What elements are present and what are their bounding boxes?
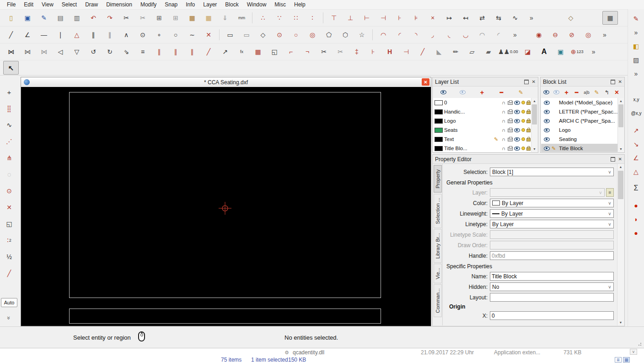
arc-center-start-end-icon[interactable]: ◜ (392, 28, 408, 42)
drawing-unit-icon[interactable]: mm (234, 11, 249, 25)
divide-icon[interactable]: fx (234, 45, 249, 59)
close-document-button[interactable]: ✕ (422, 78, 429, 86)
eye-icon[interactable] (544, 101, 550, 105)
offset-3-icon[interactable]: ∥ (184, 45, 200, 59)
block-row[interactable]: Title Block (541, 144, 618, 152)
line-tangent-1-icon[interactable]: ⊙ (135, 28, 150, 42)
select-points-1-icon[interactable]: ∴ (255, 11, 271, 25)
dot-icon[interactable] (521, 137, 525, 141)
vector-2-icon[interactable]: ↘ (629, 138, 644, 150)
scroll-down-icon[interactable]: ▼ (617, 320, 624, 325)
scroll-up-icon[interactable]: ▲ (531, 98, 537, 104)
modify-break-icon[interactable]: ⊦ (392, 11, 408, 25)
eye-icon[interactable] (544, 146, 550, 151)
menu-draw[interactable]: Draw (81, 0, 102, 9)
linetype-combo[interactable]: By Layer ˅ (490, 220, 614, 228)
eye-icon[interactable] (544, 119, 550, 123)
modify-join-icon[interactable]: ⊧ (408, 11, 424, 25)
leader-icon[interactable]: ↗ (217, 45, 233, 59)
block-list-titlebar[interactable]: Block List ✕ (541, 77, 624, 87)
arc-2p-height-icon[interactable]: ◟ (441, 28, 457, 42)
grid-toggle-icon[interactable]: ▦ (602, 11, 618, 25)
thumbnail-view-icon[interactable]: ▦ (623, 357, 630, 363)
dot-icon[interactable] (521, 119, 525, 123)
color-combo[interactable]: By Layer ˅ (490, 199, 614, 207)
circle-2-points-icon[interactable]: ○ (288, 28, 304, 42)
edit-block-icon[interactable]: ✎ (592, 88, 601, 97)
rectangle-icon[interactable]: ▭ (222, 28, 238, 42)
rotate-icon[interactable]: ↺ (86, 45, 101, 59)
insert-block-icon[interactable]: ↰ (602, 88, 612, 97)
overflow-icon[interactable]: » (586, 45, 601, 59)
trim-augment-icon[interactable]: ‡ (349, 45, 365, 59)
hidden-combo[interactable]: No ˅ (490, 282, 614, 291)
vector-angle-icon[interactable]: ∠ (629, 152, 644, 164)
eye-icon[interactable] (514, 119, 520, 123)
rectangle-size-icon[interactable]: ▭ (239, 28, 254, 42)
text-icon[interactable]: A (537, 45, 552, 59)
lock-icon[interactable] (526, 111, 531, 114)
circle-3-points-icon[interactable]: ◎ (305, 28, 320, 42)
select-points-4-icon[interactable]: ∶ (305, 11, 320, 25)
save-file-icon[interactable]: ▣ (20, 11, 35, 25)
polygon-pentagon-icon[interactable]: ⬠ (321, 28, 337, 42)
circle-center-point-icon[interactable]: ⊙ (272, 28, 287, 42)
select-points-2-icon[interactable]: ∵ (272, 11, 287, 25)
selection-combo[interactable]: Block [1] ˅ (490, 168, 614, 176)
vector-triangle-icon[interactable]: △ (629, 166, 644, 178)
show-all-layers-icon[interactable] (439, 88, 448, 97)
offset-diagonal-icon[interactable]: ╱ (201, 45, 216, 59)
line-bisector-icon[interactable]: ∧ (118, 28, 134, 42)
eye-icon[interactable] (514, 110, 520, 114)
menu-select[interactable]: Select (58, 0, 81, 9)
snap-end-icon[interactable]: ⋔ (2, 152, 16, 164)
flip-horizontal-icon[interactable]: ◁ (53, 45, 68, 59)
close-panel-icon[interactable]: ✕ (532, 79, 536, 84)
layer-row[interactable]: Text (433, 135, 531, 144)
menu-snap[interactable]: Snap (161, 0, 182, 9)
tag-icon[interactable]: ◪ (520, 45, 536, 59)
layout-field[interactable] (490, 293, 614, 302)
drawing-canvas[interactable] (21, 87, 431, 326)
person-spacing-icon[interactable]: ♟♟0.00 (497, 45, 519, 59)
swap-vertical-icon[interactable]: ⇆ (491, 11, 506, 25)
printer-icon[interactable] (508, 129, 513, 132)
snap-intersection-icon[interactable]: ✕ (2, 201, 16, 214)
block-row[interactable]: ARCH C (*Paper_Spa... (541, 116, 618, 125)
line-tangent-2-icon[interactable]: ∘ (151, 28, 167, 42)
menu-dimension[interactable]: Dimension (102, 0, 136, 9)
auto-number-icon[interactable]: ⊕123 (569, 45, 585, 59)
undo-icon[interactable]: ↶ (86, 11, 101, 25)
snap-auto-zoom-icon[interactable]: ◌ (2, 168, 16, 181)
menu-modify[interactable]: Modify (136, 0, 161, 9)
block-row[interactable]: Seating (541, 135, 618, 144)
isometric-view-icon[interactable]: ◇ (563, 11, 579, 25)
scroll-down-icon[interactable]: ▼ (531, 146, 537, 152)
close-panel-icon[interactable]: ✕ (618, 157, 622, 162)
import-icon[interactable]: ⇓ (217, 11, 233, 25)
eye-icon[interactable] (514, 137, 520, 141)
redo-icon[interactable]: ↷ (102, 11, 118, 25)
drawing-window-titlebar[interactable]: * CCA Seating.dxf ✕ (21, 77, 431, 87)
tab-library-br[interactable]: Library Br... (434, 229, 442, 263)
snap-middle-icon[interactable]: ∶2 (2, 234, 16, 247)
flip-vertical-icon[interactable]: ▽ (69, 45, 85, 59)
add-layer-icon[interactable]: + (477, 88, 487, 97)
snap-reference-icon[interactable]: ◱ (2, 217, 16, 230)
new-file-icon[interactable]: ▯ (3, 11, 19, 25)
handle-field[interactable] (490, 251, 614, 260)
cut-with-reference-icon[interactable]: ✂ (135, 11, 150, 25)
magnet-icon[interactable] (501, 128, 506, 133)
insert-image-icon[interactable]: ▣ (553, 45, 569, 59)
shape-blob-2-icon[interactable]: ● (629, 227, 644, 239)
tab-selection[interactable]: Selection ... (434, 194, 442, 228)
details-view-icon[interactable]: ≣ (615, 357, 622, 363)
tab-property[interactable]: Property (434, 165, 442, 193)
edit-layer-icon[interactable]: ✎ (516, 88, 526, 97)
dot-icon[interactable] (521, 128, 525, 132)
line-freehand-icon[interactable]: ∼ (184, 28, 200, 42)
menu-info[interactable]: Info (182, 0, 199, 9)
printer-icon[interactable] (508, 119, 513, 123)
brush-icon[interactable]: ✏ (448, 45, 463, 59)
scrollbar-thumb[interactable] (618, 171, 623, 199)
